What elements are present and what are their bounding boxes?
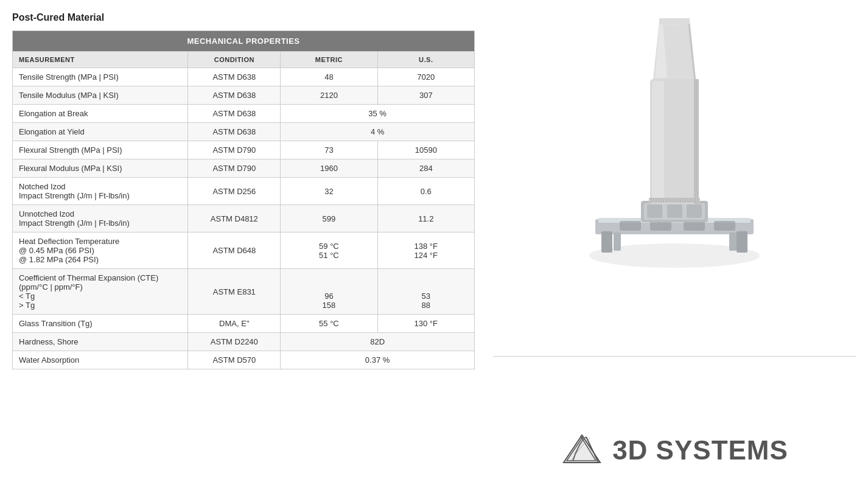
cell-metric: 1960: [281, 159, 377, 178]
page-layout: Post-Cured Material MECHANICAL PROPERTIE…: [12, 12, 856, 469]
logo-area: 3D SYSTEMS: [561, 432, 788, 469]
cell-measurement: Hardness, Shore: [13, 333, 188, 351]
cell-us: 130 °F: [377, 315, 474, 333]
mechanical-properties-table: MECHANICAL PROPERTIES MEASUREMENT CONDIT…: [12, 30, 475, 369]
cell-metric: 59 °C 51 °C: [281, 232, 377, 269]
cell-metric: 55 °C: [281, 315, 377, 333]
cell-condition: ASTM D570: [188, 351, 281, 369]
cell-measurement: Elongation at Yield: [13, 123, 188, 141]
cell-measurement: Tensile Strength (MPa | PSI): [13, 68, 188, 86]
cell-condition: ASTM D256: [188, 178, 281, 205]
cell-condition: ASTM D2240: [188, 333, 281, 351]
cell-metric: 599: [281, 205, 377, 232]
svg-rect-11: [714, 221, 735, 231]
svg-rect-8: [620, 221, 641, 231]
cell-metric: 96 158: [281, 269, 377, 315]
cell-condition: ASTM D638: [188, 123, 281, 141]
cell-measurement: Flexural Strength (MPa | PSI): [13, 141, 188, 159]
svg-rect-15: [667, 204, 682, 218]
svg-rect-4: [601, 231, 612, 253]
cell-us: 138 °F 124 °F: [377, 232, 474, 269]
cell-us: 284: [377, 159, 474, 178]
svg-rect-6: [614, 232, 621, 251]
svg-rect-16: [687, 204, 702, 218]
table-row: Flexural Strength (MPa | PSI)ASTM D79073…: [13, 141, 475, 159]
section-divider: [493, 356, 856, 357]
table-row: Unnotched Izod Impact Strength (J/m | Ft…: [13, 205, 475, 232]
left-section: Post-Cured Material MECHANICAL PROPERTIE…: [12, 12, 475, 369]
page-title: Post-Cured Material: [12, 12, 475, 23]
table-row: Glass Transition (Tg)DMA, E"55 °C130 °F: [13, 315, 475, 333]
table-row: Flexural Modulus (MPa | KSI)ASTM D790196…: [13, 159, 475, 178]
cell-us: 53 88: [377, 269, 474, 315]
cell-metric-span: 82D: [281, 333, 475, 351]
cell-metric: 48: [281, 68, 377, 86]
cell-measurement: Flexural Modulus (MPa | KSI): [13, 159, 188, 178]
cell-us: 11.2: [377, 205, 474, 232]
svg-rect-18: [652, 81, 664, 203]
table-row: Water AbsorptionASTM D5700.37 %: [13, 351, 475, 369]
table-body: Tensile Strength (MPa | PSI)ASTM D638487…: [13, 68, 475, 369]
cell-condition: ASTM D4812: [188, 205, 281, 232]
svg-rect-19: [694, 79, 699, 204]
svg-point-46: [580, 435, 584, 439]
logo-brand-name: 3D SYSTEMS: [612, 435, 788, 466]
col-header-row: MEASUREMENT CONDITION METRIC U.S.: [13, 52, 475, 68]
col-header-us: U.S.: [377, 52, 474, 68]
cell-condition: ASTM D790: [188, 159, 281, 178]
table-row: Heat Deflection Temperature @ 0.45 MPa (…: [13, 232, 475, 269]
cell-metric-span: 4 %: [281, 123, 475, 141]
cell-us: 307: [377, 86, 474, 105]
svg-rect-25: [649, 198, 700, 203]
cell-measurement: Coefficient of Thermal Expansion (CTE) (…: [13, 269, 188, 315]
cell-condition: DMA, E": [188, 315, 281, 333]
product-image-area: [493, 12, 856, 274]
table-row: Coefficient of Thermal Expansion (CTE) (…: [13, 269, 475, 315]
table-row: Elongation at YieldASTM D6384 %: [13, 123, 475, 141]
cell-condition: ASTM D638: [188, 105, 281, 123]
cell-condition: ASTM E831: [188, 269, 281, 315]
svg-rect-24: [659, 18, 690, 24]
cell-measurement: Water Absorption: [13, 351, 188, 369]
svg-rect-10: [684, 221, 705, 231]
col-header-metric: METRIC: [281, 52, 377, 68]
product-visual-svg: [577, 12, 772, 274]
table-row: Elongation at BreakASTM D63835 %: [13, 105, 475, 123]
table-section-header: MECHANICAL PROPERTIES: [13, 31, 475, 52]
svg-rect-5: [737, 231, 747, 253]
cell-condition: ASTM D638: [188, 86, 281, 105]
table-section-header-row: MECHANICAL PROPERTIES: [13, 31, 475, 52]
cell-metric-span: 0.37 %: [281, 351, 475, 369]
cell-measurement: Glass Transition (Tg): [13, 315, 188, 333]
cell-us: 7020: [377, 68, 474, 86]
cell-metric: 2120: [281, 86, 377, 105]
col-header-condition: CONDITION: [188, 52, 281, 68]
table-row: Tensile Modulus (MPa | KSI)ASTM D6382120…: [13, 86, 475, 105]
table-row: Hardness, ShoreASTM D224082D: [13, 333, 475, 351]
svg-rect-14: [647, 204, 662, 218]
cell-metric-span: 35 %: [281, 105, 475, 123]
cell-measurement: Tensile Modulus (MPa | KSI): [13, 86, 188, 105]
cell-condition: ASTM D638: [188, 68, 281, 86]
cell-us: 0.6: [377, 178, 474, 205]
cell-condition: ASTM D648: [188, 232, 281, 269]
svg-rect-9: [650, 221, 671, 231]
cell-metric: 32: [281, 178, 377, 205]
cell-measurement: Notched Izod Impact Strength (J/m | Ft-l…: [13, 178, 188, 205]
right-section: 3D SYSTEMS: [493, 12, 856, 469]
svg-rect-7: [729, 232, 737, 251]
table-row: Notched Izod Impact Strength (J/m | Ft-l…: [13, 178, 475, 205]
col-header-measurement: MEASUREMENT: [13, 52, 188, 68]
table-row: Tensile Strength (MPa | PSI)ASTM D638487…: [13, 68, 475, 86]
cell-condition: ASTM D790: [188, 141, 281, 159]
cell-us: 10590: [377, 141, 474, 159]
cell-measurement: Unnotched Izod Impact Strength (J/m | Ft…: [13, 205, 188, 232]
3d-systems-logo-icon: [561, 432, 603, 469]
cell-metric: 73: [281, 141, 377, 159]
cell-measurement: Elongation at Break: [13, 105, 188, 123]
cell-measurement: Heat Deflection Temperature @ 0.45 MPa (…: [13, 232, 188, 269]
